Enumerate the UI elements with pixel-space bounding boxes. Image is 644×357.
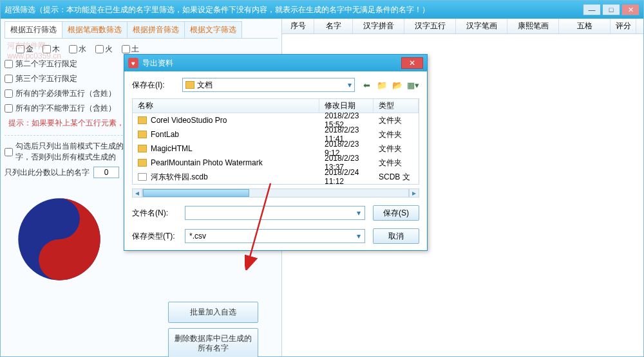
col-index[interactable]: 序号 [282, 19, 314, 33]
opt-label: 第二个字五行限定 [15, 59, 77, 69]
svg-point-1 [54, 214, 64, 224]
file-date: 2018/2/24 11:12 [319, 168, 374, 186]
export-dialog: ♥ 导出资料 ✕ 保存在(I): 文档 ▾ ⬅ 📁 📂 ▦▾ 名称 修改日期 类… [124, 54, 428, 251]
save-in-label: 保存在(I): [132, 80, 177, 91]
file-name: Corel VideoStudio Pro [151, 116, 227, 125]
grid-header: 序号 名字 汉字拼音 汉字五行 汉字笔画 康熙笔画 五格 评分 [282, 19, 643, 34]
filetype-select[interactable]: *.csv ▾ [185, 229, 365, 243]
close-button[interactable]: ✕ [621, 4, 639, 15]
chevron-down-icon: ▾ [357, 232, 361, 241]
dialog-close-button[interactable]: ✕ [401, 57, 423, 69]
cancel-button[interactable]: 取消 [373, 228, 419, 244]
filename-label: 文件名(N): [132, 208, 177, 219]
filter-tabs: 根据五行筛选 根据笔画数筛选 根据拼音筛选 根据文字筛选 [5, 21, 278, 39]
main-title-text: 超强筛选（提示：本功能是在已生成的名字里筛选，如果设定条件下没有内容，就表示在生… [5, 5, 583, 15]
col-score[interactable]: 评分 [611, 19, 636, 33]
wuxing-opt[interactable]: 金 [16, 44, 33, 55]
col-wuxing[interactable]: 汉字五行 [404, 19, 456, 33]
file-kind: 文件夹 [374, 129, 419, 140]
folder-icon [138, 159, 147, 167]
new-folder-icon[interactable]: 📂 [391, 78, 404, 91]
batch-add-button[interactable]: 批量加入自选 [168, 302, 258, 323]
scroll-thumb[interactable] [143, 189, 249, 197]
score-label: 只列出此分数以上的名字 [5, 167, 90, 178]
opt-label: 第三个字五行限定 [15, 73, 77, 84]
filename-input[interactable]: ▾ [185, 206, 365, 220]
chevron-down-icon: ▾ [348, 80, 352, 89]
dialog-title-icon: ♥ [128, 58, 138, 68]
tab-pinyin[interactable]: 根据拼音筛选 [127, 21, 185, 38]
svg-point-2 [54, 255, 64, 265]
main-titlebar: 超强筛选（提示：本功能是在已生成的名字里筛选，如果设定条件下没有内容，就表示在生… [1, 1, 643, 19]
file-row[interactable]: MagicHTML2018/2/23 9:12文件夹 [133, 142, 419, 156]
back-icon[interactable]: ⬅ [360, 78, 373, 91]
wuxing-opt[interactable]: 水 [69, 44, 86, 55]
wuxing-row1: 金 木 水 火 土 [16, 44, 278, 55]
col-bihua[interactable]: 汉字笔画 [456, 19, 507, 33]
scroll-left-icon[interactable]: ◂ [132, 188, 142, 197]
save-button[interactable]: 保存(S) [373, 205, 419, 221]
file-kind: SCDB 文 [374, 172, 419, 183]
horiz-scrollbar[interactable]: ◂ ▸ [132, 188, 419, 197]
file-icon [138, 173, 147, 181]
folder-icon [185, 81, 194, 89]
minimize-button[interactable]: — [583, 4, 601, 15]
file-row[interactable]: 河东软件园.scdb2018/2/24 11:12SCDB 文 [133, 170, 419, 184]
view-menu-icon[interactable]: ▦▾ [406, 78, 419, 91]
filelist-col-name[interactable]: 名称 [133, 99, 319, 113]
filetype-label: 保存类型(T): [132, 231, 177, 242]
file-kind: 文件夹 [374, 143, 419, 154]
file-name: MagicHTML [151, 144, 193, 153]
filelist-col-kind[interactable]: 类型 [374, 99, 419, 113]
file-name: PearlMountain Photo Watermark [151, 158, 263, 167]
delete-all-button[interactable]: 删除数据库中已生成的所有名字 [168, 328, 258, 357]
file-name: FontLab [151, 130, 179, 139]
save-in-select[interactable]: 文档 ▾ [182, 78, 355, 92]
yinyang-icon [17, 197, 101, 281]
folder-icon [138, 145, 147, 152]
col-name[interactable]: 名字 [314, 19, 353, 33]
maximize-button[interactable]: □ [602, 4, 620, 15]
tab-bihua[interactable]: 根据笔画数筛选 [62, 21, 128, 38]
save-in-folder: 文档 [197, 80, 213, 91]
col-pinyin[interactable]: 汉字拼音 [353, 19, 404, 33]
opt-label: 所有的字必须带五行（含姓） [15, 88, 116, 99]
file-row[interactable]: FontLab2018/2/23 11:41文件夹 [133, 127, 419, 142]
filetype-value: *.csv [189, 232, 206, 241]
file-kind: 文件夹 [374, 115, 419, 126]
tab-wenzi[interactable]: 根据文字筛选 [184, 21, 242, 38]
chevron-down-icon: ▾ [357, 208, 361, 217]
wuxing-opt[interactable]: 火 [95, 44, 113, 55]
scroll-right-icon[interactable]: ▸ [409, 188, 419, 197]
wuxing-opt[interactable]: 土 [122, 44, 139, 55]
file-name: 河东软件园.scdb [151, 172, 208, 183]
file-list: 名称 修改日期 类型 Corel VideoStudio Pro2018/2/2… [132, 98, 419, 185]
folder-icon [138, 131, 147, 138]
score-input[interactable] [93, 167, 119, 178]
file-row[interactable]: PearlMountain Photo Watermark2018/2/23 1… [133, 156, 419, 170]
dialog-titlebar: ♥ 导出资料 ✕ [124, 55, 427, 71]
dialog-title-text: 导出资料 [142, 58, 173, 69]
col-kangxi[interactable]: 康熙笔画 [507, 19, 559, 33]
file-row[interactable]: Corel VideoStudio Pro2018/2/23 15:52文件夹 [133, 113, 419, 127]
opt-label: 所有的字不能带五行（含姓） [15, 103, 116, 114]
col-wuge[interactable]: 五格 [559, 19, 611, 33]
folder-icon [138, 116, 147, 124]
wuxing-opt[interactable]: 木 [43, 44, 60, 55]
filelist-col-date[interactable]: 修改日期 [319, 99, 374, 113]
up-folder-icon[interactable]: 📁 [375, 78, 388, 91]
file-kind: 文件夹 [374, 158, 419, 169]
tab-wuxing[interactable]: 根据五行筛选 [5, 21, 62, 38]
